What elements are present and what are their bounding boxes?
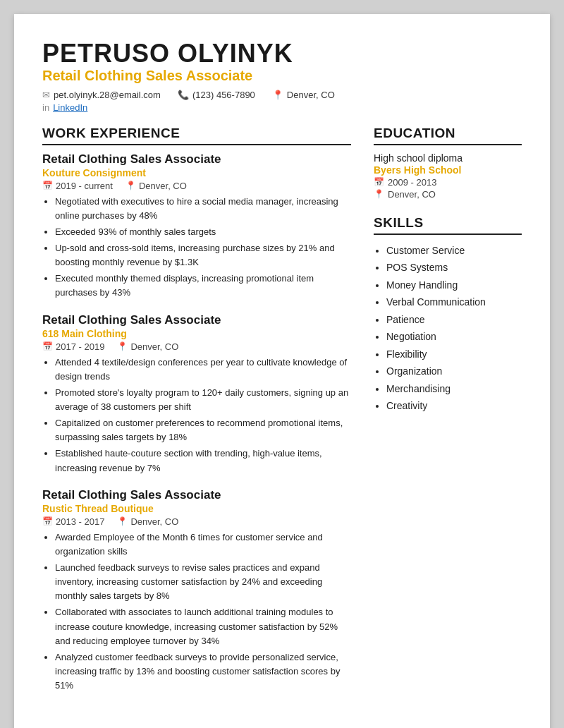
edu-years-1: 📅 2009 - 2013 bbox=[374, 177, 522, 188]
job-years-3: 📅 2013 - 2017 bbox=[42, 516, 104, 527]
work-experience-title: WORK EXPERIENCE bbox=[42, 126, 351, 141]
bullet-3-2: Launched feedback surveys to revise sale… bbox=[55, 561, 351, 603]
bullet-1-2: Exceeded 93% of monthly sales targets bbox=[55, 225, 351, 239]
bullet-1-4: Executed monthly themed displays, increa… bbox=[55, 272, 351, 300]
skill-1: Customer Service bbox=[386, 242, 522, 260]
phone-value: (123) 456-7890 bbox=[192, 90, 255, 100]
location-icon: 📍 bbox=[272, 90, 283, 100]
edu-calendar-icon: 📅 bbox=[374, 177, 384, 187]
work-experience-divider bbox=[42, 144, 351, 145]
job-location-3: 📍 Denver, CO bbox=[117, 516, 178, 527]
header-section: PETRUSO OLYINYK Retail Clothing Sales As… bbox=[42, 40, 522, 113]
main-layout: WORK EXPERIENCE Retail Clothing Sales As… bbox=[42, 126, 522, 706]
location-value: Denver, CO bbox=[287, 90, 335, 100]
job-title-3: Retail Clothing Sales Associate bbox=[42, 488, 351, 502]
bullet-2-2: Promoted store's loyalty program to 120+… bbox=[55, 386, 351, 414]
bullet-2-4: Established haute-couture section with t… bbox=[55, 447, 351, 475]
skill-7: Flexibility bbox=[386, 346, 522, 363]
location-icon-3: 📍 bbox=[117, 516, 128, 526]
skill-8: Organization bbox=[386, 363, 522, 380]
job-company-3: Rustic Thread Boutique bbox=[42, 503, 351, 514]
job-years-2: 📅 2017 - 2019 bbox=[42, 341, 104, 352]
email-value: pet.olyinyk.28@email.com bbox=[54, 90, 161, 100]
job-meta-1: 📅 2019 - current 📍 Denver, CO bbox=[42, 181, 351, 191]
job-meta-3: 📅 2013 - 2017 📍 Denver, CO bbox=[42, 516, 351, 527]
candidate-title: Retail Clothing Sales Associate bbox=[42, 68, 522, 84]
calendar-icon-1: 📅 bbox=[42, 181, 53, 190]
skills-list: Customer Service POS Systems Money Handl… bbox=[374, 242, 522, 415]
edu-school-1: Byers High School bbox=[374, 164, 522, 176]
linkedin-link[interactable]: LinkedIn bbox=[53, 102, 87, 113]
resume-container: PETRUSO OLYINYK Retail Clothing Sales As… bbox=[14, 14, 550, 728]
bullet-1-1: Negotiated with executives to hire a soc… bbox=[55, 195, 351, 223]
contact-row-1: ✉ pet.olyinyk.28@email.com 📞 (123) 456-7… bbox=[42, 90, 522, 100]
email-contact: ✉ pet.olyinyk.28@email.com bbox=[42, 90, 161, 100]
skills-divider bbox=[374, 233, 522, 235]
bullet-2-1: Attended 4 textile/design conferences pe… bbox=[55, 356, 351, 384]
bullet-3-4: Analyzed customer feedback surveys to pr… bbox=[55, 650, 351, 693]
education-title: EDUCATION bbox=[374, 126, 522, 141]
location-icon-2: 📍 bbox=[117, 341, 128, 351]
job-block-1: Retail Clothing Sales Associate Kouture … bbox=[42, 152, 351, 301]
candidate-name: PETRUSO OLYINYK bbox=[42, 40, 522, 68]
job-years-1: 📅 2019 - current bbox=[42, 181, 113, 191]
left-column: WORK EXPERIENCE Retail Clothing Sales As… bbox=[42, 126, 351, 706]
job-company-2: 618 Main Clothing bbox=[42, 328, 351, 339]
edu-degree-1: High school diploma bbox=[374, 152, 522, 164]
edu-location-1: 📍 Denver, CO bbox=[374, 189, 522, 200]
skill-10: Creativity bbox=[386, 397, 522, 415]
skill-4: Verbal Communication bbox=[386, 293, 522, 311]
linkedin-contact[interactable]: in LinkedIn bbox=[42, 102, 87, 113]
education-divider bbox=[374, 144, 522, 145]
location-contact: 📍 Denver, CO bbox=[272, 90, 335, 100]
edu-location-icon: 📍 bbox=[374, 189, 384, 199]
bullet-3-1: Awarded Employee of the Month 6 times fo… bbox=[55, 530, 351, 559]
email-icon: ✉ bbox=[42, 90, 50, 100]
job-location-1: 📍 Denver, CO bbox=[125, 181, 187, 191]
phone-contact: 📞 (123) 456-7890 bbox=[178, 90, 255, 100]
job-bullets-3: Awarded Employee of the Month 6 times fo… bbox=[42, 530, 351, 693]
job-company-1: Kouture Consignment bbox=[42, 167, 351, 178]
skills-title: SKILLS bbox=[374, 215, 522, 231]
job-bullets-2: Attended 4 textile/design conferences pe… bbox=[42, 356, 351, 475]
calendar-icon-2: 📅 bbox=[42, 341, 53, 351]
right-column: EDUCATION High school diploma Byers High… bbox=[374, 126, 522, 706]
bullet-2-3: Capitalized on customer preferences to r… bbox=[55, 416, 351, 444]
contact-row-2: in LinkedIn bbox=[42, 102, 522, 113]
job-title-2: Retail Clothing Sales Associate bbox=[42, 313, 351, 327]
skills-section: SKILLS Customer Service POS Systems Mone… bbox=[374, 215, 522, 415]
phone-icon: 📞 bbox=[178, 90, 189, 100]
skill-2: POS Systems bbox=[386, 259, 522, 277]
calendar-icon-3: 📅 bbox=[42, 516, 53, 526]
bullet-1-3: Up-sold and cross-sold items, increasing… bbox=[55, 241, 351, 269]
job-block-2: Retail Clothing Sales Associate 618 Main… bbox=[42, 313, 351, 475]
bullet-3-3: Collaborated with associates to launch a… bbox=[55, 605, 351, 648]
skill-9: Merchandising bbox=[386, 380, 522, 398]
job-block-3: Retail Clothing Sales Associate Rustic T… bbox=[42, 488, 351, 693]
skill-5: Patience bbox=[386, 311, 522, 329]
linkedin-icon: in bbox=[42, 102, 49, 113]
edu-block-1: High school diploma Byers High School 📅 … bbox=[374, 152, 522, 200]
job-location-2: 📍 Denver, CO bbox=[117, 341, 178, 352]
job-meta-2: 📅 2017 - 2019 📍 Denver, CO bbox=[42, 341, 351, 352]
skill-3: Money Handling bbox=[386, 277, 522, 294]
job-bullets-1: Negotiated with executives to hire a soc… bbox=[42, 195, 351, 301]
job-title-1: Retail Clothing Sales Associate bbox=[42, 152, 351, 166]
skill-6: Negotiation bbox=[386, 328, 522, 346]
location-icon-1: 📍 bbox=[125, 181, 136, 190]
